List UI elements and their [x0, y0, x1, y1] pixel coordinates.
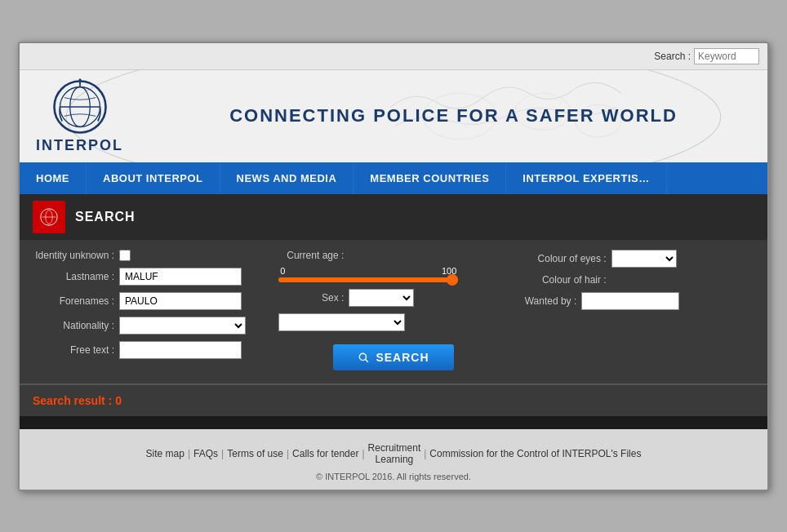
forenames-label: Forenames :: [33, 295, 114, 307]
colour-hair-label: Colour of hair :: [525, 274, 607, 286]
interpol-logo: [51, 78, 109, 135]
free-text-input[interactable]: [119, 341, 242, 359]
age-row: Current age : 0 100: [278, 250, 458, 282]
search-title: SEARCH: [75, 210, 136, 224]
footer-terms[interactable]: Terms of use: [227, 448, 283, 459]
search-result-text: Search result : 0: [33, 394, 122, 407]
logo-text: INTERPOL: [36, 137, 123, 154]
search-header: SEARCH: [20, 194, 767, 240]
nav-news[interactable]: NEWS AND MEDIA: [220, 162, 354, 194]
site-footer: Site map | FAQs | Terms of use | Calls f…: [20, 429, 767, 490]
free-text-row: Free text :: [33, 341, 262, 359]
colour-hair-row: Colour of hair :: [525, 274, 754, 286]
site-header: INTERPOL CONNECTING POLICE FOR A SAFER W…: [20, 70, 767, 162]
identity-unknown-checkbox[interactable]: [119, 250, 131, 261]
svg-point-2: [575, 104, 621, 137]
free-text-label: Free text :: [33, 344, 114, 356]
sex-select[interactable]: Male Female: [349, 289, 414, 307]
browser-frame: Search :: [18, 42, 769, 491]
nationality-row: Nationality :: [33, 317, 262, 335]
lastname-input[interactable]: [119, 268, 242, 286]
wanted-by-input[interactable]: [581, 292, 679, 310]
search-button[interactable]: SEARCH: [333, 344, 453, 370]
footer-recruitment[interactable]: RecruitmentLearning: [368, 442, 421, 465]
search-magnifier-icon: [358, 352, 369, 363]
footer-faqs[interactable]: FAQs: [193, 448, 218, 459]
footer-sitemap[interactable]: Site map: [146, 448, 185, 459]
sex-label: Sex :: [278, 292, 344, 304]
footer-copyright: © INTERPOL 2016. All rights reserved.: [36, 472, 751, 481]
interpol-logo-small: [39, 207, 59, 227]
search-bar-label: Search :: [654, 51, 691, 62]
search-button-label: SEARCH: [376, 351, 429, 364]
free-text-dropdown-row: [278, 313, 405, 331]
logo-area: INTERPOL: [36, 78, 123, 154]
search-form: Identity unknown : Lastname : Forenames …: [20, 240, 767, 383]
world-map-decoration: [244, 70, 767, 162]
age-slider[interactable]: [278, 277, 458, 282]
browser-topbar: Search :: [20, 43, 767, 70]
forenames-row: Forenames :: [33, 292, 262, 310]
colour-eyes-row: Colour of eyes :: [525, 250, 754, 268]
results-bar: Search result : 0: [20, 383, 767, 416]
browser-search-input[interactable]: [694, 48, 759, 64]
colour-eyes-select[interactable]: [611, 250, 677, 268]
nav-member-countries[interactable]: MEMBER COUNTRIES: [353, 162, 506, 194]
colour-eyes-label: Colour of eyes :: [525, 253, 607, 264]
wanted-by-row: Wanted by :: [525, 292, 754, 310]
identity-unknown-row: Identity unknown :: [33, 250, 262, 261]
age-label: Current age :: [278, 250, 344, 261]
age-slider-container: 0 100: [278, 266, 458, 282]
lastname-row: Lastname :: [33, 268, 262, 286]
nav-expertise[interactable]: INTERPOL EXPERTIS…: [506, 162, 666, 194]
search-icon-box: [33, 201, 65, 233]
footer-links: Site map | FAQs | Terms of use | Calls f…: [36, 442, 751, 465]
sex-row: Sex : Male Female: [278, 289, 414, 307]
svg-point-0: [423, 93, 496, 140]
footer-tender[interactable]: Calls for tender: [292, 448, 358, 459]
nationality-select[interactable]: [119, 317, 246, 335]
main-navigation: HOME ABOUT INTERPOL NEWS AND MEDIA MEMBE…: [20, 162, 767, 194]
svg-point-12: [360, 353, 367, 360]
nav-home[interactable]: HOME: [20, 162, 87, 194]
forenames-input[interactable]: [119, 292, 242, 310]
dark-band: [20, 416, 767, 429]
nationality-label: Nationality :: [33, 320, 114, 331]
lastname-label: Lastname :: [33, 271, 114, 282]
wanted-by-label: Wanted by :: [525, 295, 577, 307]
free-text-category-select[interactable]: [278, 313, 405, 331]
search-section: SEARCH Identity unknown : Lastname : For…: [20, 194, 767, 416]
identity-unknown-label: Identity unknown :: [33, 250, 114, 261]
footer-commission[interactable]: Commission for the Control of INTERPOL's…: [429, 448, 641, 459]
nav-about[interactable]: ABOUT INTERPOL: [87, 162, 220, 194]
svg-line-13: [366, 359, 369, 362]
